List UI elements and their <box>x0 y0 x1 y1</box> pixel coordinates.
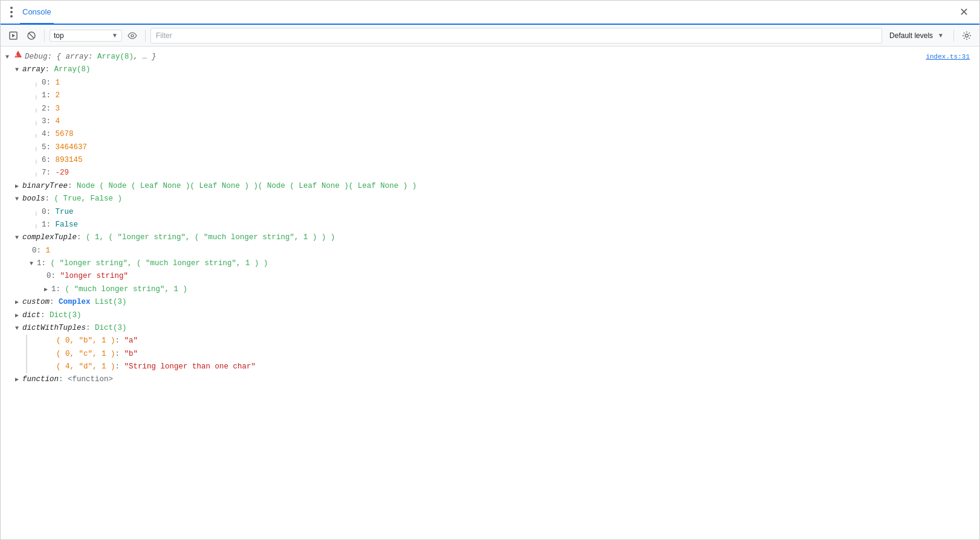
complextuple-1-1[interactable]: 1 : ( "much longer string", 1 ) <box>1 283 979 296</box>
complextuple-0[interactable]: 0 : 1 <box>1 245 979 257</box>
bools-0[interactable]: 0 : True <box>1 206 979 219</box>
dict-row[interactable]: dict : Dict(3) <box>1 309 979 322</box>
complextuple-toggle[interactable] <box>15 233 22 243</box>
dict-entry-0[interactable]: ( 0, "b", 1 ) : "a" <box>51 335 979 347</box>
dict-entry-2[interactable]: ( 4, "d", 1 ) : "String longer than one … <box>51 361 979 373</box>
svg-marker-1 <box>12 34 15 37</box>
svg-point-4 <box>131 34 134 37</box>
svg-text:A: A <box>16 54 18 58</box>
clear-icon <box>27 31 36 40</box>
complextuple-1-toggle[interactable] <box>30 259 37 269</box>
complextuple-1-1-toggle[interactable] <box>44 285 51 295</box>
bools-row[interactable]: bools : ( True, False ) <box>1 193 979 205</box>
function-row[interactable]: function : <function> <box>1 373 979 386</box>
binarytree-row[interactable]: binaryTree : Node ( Node ( Leaf None )( … <box>1 180 979 193</box>
complextuple-1-0[interactable]: 0 : "longer string" <box>1 270 979 283</box>
context-selector[interactable]: top ▼ <box>50 30 122 42</box>
svg-point-5 <box>965 34 969 37</box>
complextuple-1[interactable]: 1 : ( "longer string", ( "much longer st… <box>1 257 979 270</box>
array-0[interactable]: 0 : 1 <box>1 77 979 89</box>
tab-bar: Console ✕ <box>1 1 979 25</box>
dict-entries: ( 0, "b", 1 ) : "a" ( 0, "c", 1 ) : "b" … <box>26 335 979 373</box>
array-7[interactable]: 7 : -29 <box>1 167 979 179</box>
bools-1[interactable]: 1 : False <box>1 219 979 231</box>
console-content: A Debug: { array: Array(8) , … } index.t… <box>1 47 979 539</box>
eye-icon <box>127 32 137 39</box>
custom-toggle[interactable] <box>15 298 22 307</box>
array-5[interactable]: 5 : 3464637 <box>1 141 979 154</box>
debug-label: Debug: { <box>25 51 66 63</box>
function-toggle[interactable] <box>15 375 22 385</box>
console-tree: A Debug: { array: Array(8) , … } index.t… <box>1 47 979 389</box>
divider2 <box>145 30 146 42</box>
dict-toggle[interactable] <box>15 311 22 321</box>
context-dropdown-icon: ▼ <box>112 32 118 39</box>
execute-icon <box>9 31 18 40</box>
svg-line-3 <box>29 33 34 38</box>
settings-button[interactable] <box>959 28 975 43</box>
source-link[interactable]: index.ts:31 <box>926 50 979 62</box>
complextuple-row[interactable]: complexTuple : ( 1, ( "longer string", (… <box>1 231 979 244</box>
array-1[interactable]: 1 : 2 <box>1 89 979 102</box>
context-value: top <box>54 31 64 40</box>
dots-menu[interactable] <box>8 4 15 20</box>
execute-button[interactable] <box>5 28 21 43</box>
dict-entry-1[interactable]: ( 0, "c", 1 ) : "b" <box>51 348 979 361</box>
binarytree-toggle[interactable] <box>15 182 22 191</box>
debug-root-row[interactable]: A Debug: { array: Array(8) , … } index.t… <box>1 49 979 63</box>
angular-icon: A <box>14 50 22 59</box>
dictwithtuples-toggle[interactable] <box>15 324 22 333</box>
close-button[interactable]: ✕ <box>955 4 972 21</box>
levels-label: Default levels <box>889 31 933 40</box>
divider3 <box>953 30 954 42</box>
array-toggle[interactable] <box>15 65 22 75</box>
toolbar: top ▼ Default levels ▼ <box>1 25 979 47</box>
levels-dropdown-icon: ▼ <box>938 32 944 39</box>
dictwithtuples-row[interactable]: dictWithTuples : Dict(3) <box>1 322 979 335</box>
devtools-panel: Console ✕ top ▼ <box>0 0 980 540</box>
array-row[interactable]: array : Array(8) <box>1 63 979 76</box>
settings-icon <box>962 31 972 40</box>
array-6[interactable]: 6 : 893145 <box>1 154 979 167</box>
levels-selector[interactable]: Default levels ▼ <box>885 30 949 41</box>
bools-toggle[interactable] <box>15 194 22 204</box>
array-2[interactable]: 2 : 3 <box>1 103 979 115</box>
eye-button[interactable] <box>124 28 140 43</box>
array-3[interactable]: 3 : 4 <box>1 115 979 128</box>
custom-row[interactable]: custom : Complex List(3) <box>1 296 979 309</box>
divider <box>44 30 45 42</box>
clear-button[interactable] <box>24 28 39 43</box>
array-4[interactable]: 4 : 5678 <box>1 128 979 141</box>
filter-input[interactable] <box>150 28 882 43</box>
root-toggle[interactable] <box>5 53 13 62</box>
tab-console[interactable]: Console <box>20 0 54 24</box>
